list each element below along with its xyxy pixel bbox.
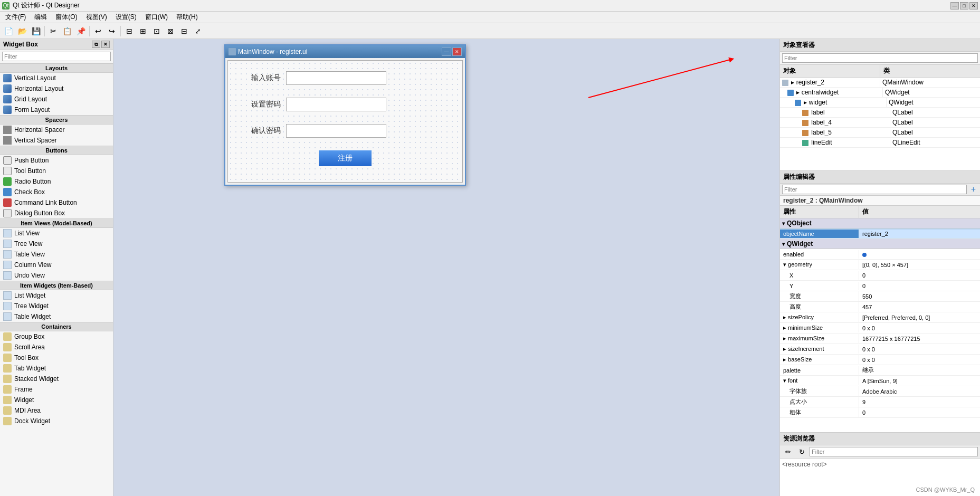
resource-filter-input[interactable] bbox=[810, 447, 978, 456]
input-confirm[interactable] bbox=[286, 124, 386, 138]
prop-name-sizepolicy[interactable]: ▸ sizePolicy bbox=[780, 313, 859, 322]
cut-button[interactable]: ✂ bbox=[47, 25, 60, 37]
widget-item-tree-widget[interactable]: Tree Widget bbox=[0, 301, 113, 311]
tree-row-widget[interactable]: ▸ widget QWidget bbox=[780, 98, 980, 108]
widget-item-list-view[interactable]: List View bbox=[0, 228, 113, 239]
qt-main-window[interactable]: MainWindow - register.ui — ✕ 输入账号 设置密码 确… bbox=[224, 44, 466, 186]
menu-file[interactable]: 文件(F) bbox=[2, 12, 29, 23]
prop-name-maximumsize[interactable]: ▸ maximumSize bbox=[780, 334, 859, 343]
input-account[interactable] bbox=[286, 71, 386, 85]
widget-item-dialog-button-box[interactable]: Dialog Button Box bbox=[0, 208, 113, 218]
widget-item-stacked-widget[interactable]: Stacked Widget bbox=[0, 374, 113, 384]
widget-item-check-box[interactable]: Check Box bbox=[0, 187, 113, 197]
layout-form-button[interactable]: ⊠ bbox=[164, 25, 177, 37]
widget-item-tool-button[interactable]: Tool Button bbox=[0, 166, 113, 176]
prop-row-fontsize[interactable]: 点大小 9 bbox=[780, 397, 980, 407]
tree-row-register2[interactable]: ▸ register_2 QMainWindow bbox=[780, 78, 980, 88]
adjust-size-button[interactable]: ⤢ bbox=[192, 25, 204, 37]
prop-row-maximumsize[interactable]: ▸ maximumSize 16777215 x 16777215 bbox=[780, 333, 980, 344]
open-button[interactable]: 📂 bbox=[16, 25, 28, 37]
widget-box-float[interactable]: ⧉ bbox=[92, 41, 100, 48]
widget-item-command-link[interactable]: Command Link Button bbox=[0, 197, 113, 208]
widget-item-vertical-layout[interactable]: Vertical Layout bbox=[0, 73, 113, 83]
prop-row-font[interactable]: ▾ font A [SimSun, 9] bbox=[780, 376, 980, 386]
widget-item-group-box[interactable]: Group Box bbox=[0, 331, 113, 342]
widget-item-mdi-area[interactable]: MDI Area bbox=[0, 405, 113, 416]
prop-row-minimumsize[interactable]: ▸ minimumSize 0 x 0 bbox=[780, 323, 980, 333]
widget-item-horizontal-layout[interactable]: Horizontal Layout bbox=[0, 83, 113, 94]
register-button[interactable]: 注册 bbox=[319, 150, 372, 166]
new-button[interactable]: 📄 bbox=[2, 25, 15, 37]
widget-item-horizontal-spacer[interactable]: Horizontal Spacer bbox=[0, 125, 113, 135]
undo-button[interactable]: ↩ bbox=[92, 25, 104, 37]
resource-pencil-button[interactable]: ✏ bbox=[782, 446, 794, 457]
prop-row-objectname[interactable]: objectName register_2 bbox=[780, 228, 980, 239]
widget-item-form-layout[interactable]: Form Layout bbox=[0, 104, 113, 115]
minimize-button[interactable]: — bbox=[950, 2, 959, 9]
widget-item-undo-view[interactable]: Undo View bbox=[0, 270, 113, 281]
widget-item-list-widget[interactable]: List Widget bbox=[0, 290, 113, 301]
widget-item-table-widget[interactable]: Table Widget bbox=[0, 311, 113, 322]
property-add-button[interactable]: + bbox=[969, 185, 978, 194]
resource-refresh-button[interactable]: ↻ bbox=[796, 446, 807, 457]
menu-help[interactable]: 帮助(H) bbox=[173, 12, 201, 23]
widget-box-filter-input[interactable] bbox=[2, 52, 111, 61]
menu-form[interactable]: 窗体(O) bbox=[52, 12, 80, 23]
widget-item-frame[interactable]: Frame bbox=[0, 384, 113, 395]
close-button[interactable]: ✕ bbox=[969, 2, 978, 9]
widget-item-grid-layout[interactable]: Grid Layout bbox=[0, 94, 113, 104]
menu-window[interactable]: 窗口(W) bbox=[142, 12, 171, 23]
break-layout-button[interactable]: ⊟ bbox=[178, 25, 191, 37]
paste-button[interactable]: 📌 bbox=[74, 25, 87, 37]
prop-row-fontfamily[interactable]: 字体族 Adobe Arabic bbox=[780, 386, 980, 397]
prop-row-sizeincrement[interactable]: ▸ sizeIncrement 0 x 0 bbox=[780, 344, 980, 355]
widget-item-widget[interactable]: Widget bbox=[0, 395, 113, 405]
prop-row-geometry[interactable]: ▾ geometry [(0, 0), 550 × 457] bbox=[780, 260, 980, 270]
maximize-button[interactable]: □ bbox=[960, 2, 968, 9]
prop-row-palette[interactable]: palette 继承 bbox=[780, 365, 980, 376]
redo-button[interactable]: ↪ bbox=[106, 25, 118, 37]
widget-item-tab-widget[interactable]: Tab Widget bbox=[0, 363, 113, 374]
widget-item-vertical-spacer[interactable]: Vertical Spacer bbox=[0, 135, 113, 146]
prop-row-width[interactable]: 宽度 550 bbox=[780, 291, 980, 302]
tree-row-label5[interactable]: label_5 QLabel bbox=[780, 128, 980, 138]
widget-item-push-button[interactable]: Push Button bbox=[0, 155, 113, 166]
tree-row-label4[interactable]: label_4 QLabel bbox=[780, 118, 980, 128]
widget-item-dock-widget[interactable]: Dock Widget bbox=[0, 416, 113, 426]
menu-view[interactable]: 视图(V) bbox=[83, 12, 110, 23]
widget-item-column-view[interactable]: Column View bbox=[0, 260, 113, 270]
prop-row-y[interactable]: Y 0 bbox=[780, 281, 980, 291]
layout-h-button[interactable]: ⊟ bbox=[123, 25, 136, 37]
prop-row-bold[interactable]: 粗体 0 bbox=[780, 407, 980, 418]
prop-row-sizepolicy[interactable]: ▸ sizePolicy [Preferred, Preferred, 0, 0… bbox=[780, 312, 980, 323]
prop-name-minimumsize[interactable]: ▸ minimumSize bbox=[780, 323, 859, 332]
layout-grid-button[interactable]: ⊡ bbox=[150, 25, 163, 37]
qt-minimize-button[interactable]: — bbox=[442, 47, 451, 56]
object-inspector-filter-input[interactable] bbox=[782, 53, 978, 63]
qt-close-button[interactable]: ✕ bbox=[452, 47, 462, 56]
widget-item-tool-box[interactable]: Tool Box bbox=[0, 352, 113, 363]
prop-row-x[interactable]: X 0 bbox=[780, 270, 980, 281]
layout-v-button[interactable]: ⊞ bbox=[137, 25, 149, 37]
prop-name-sizeincrement[interactable]: ▸ sizeIncrement bbox=[780, 345, 859, 354]
widget-box-close[interactable]: ✕ bbox=[101, 41, 110, 48]
copy-button[interactable]: 📋 bbox=[61, 25, 73, 37]
widget-item-scroll-area[interactable]: Scroll Area bbox=[0, 342, 113, 352]
tree-row-lineedit[interactable]: lineEdit QLineEdit bbox=[780, 138, 980, 148]
menu-edit[interactable]: 编辑 bbox=[31, 12, 50, 23]
save-button[interactable]: 💾 bbox=[30, 25, 42, 37]
prop-name-basesize[interactable]: ▸ baseSize bbox=[780, 355, 859, 364]
widget-item-tree-view[interactable]: Tree View bbox=[0, 239, 113, 249]
prop-row-enabled[interactable]: enabled bbox=[780, 249, 980, 260]
prop-row-basesize[interactable]: ▸ baseSize 0 x 0 bbox=[780, 355, 980, 365]
tree-row-centralwidget[interactable]: ▸ centralwidget QWidget bbox=[780, 88, 980, 98]
prop-name-font[interactable]: ▾ font bbox=[780, 376, 859, 385]
prop-row-height[interactable]: 高度 457 bbox=[780, 302, 980, 312]
prop-name-geometry[interactable]: ▾ geometry bbox=[780, 260, 859, 269]
tree-row-label[interactable]: label QLabel bbox=[780, 108, 980, 118]
input-password[interactable] bbox=[286, 98, 386, 111]
menu-settings[interactable]: 设置(S) bbox=[112, 12, 140, 23]
widget-item-radio-button[interactable]: Radio Button bbox=[0, 176, 113, 187]
widget-item-table-view[interactable]: Table View bbox=[0, 249, 113, 260]
property-filter-input[interactable] bbox=[782, 185, 967, 194]
